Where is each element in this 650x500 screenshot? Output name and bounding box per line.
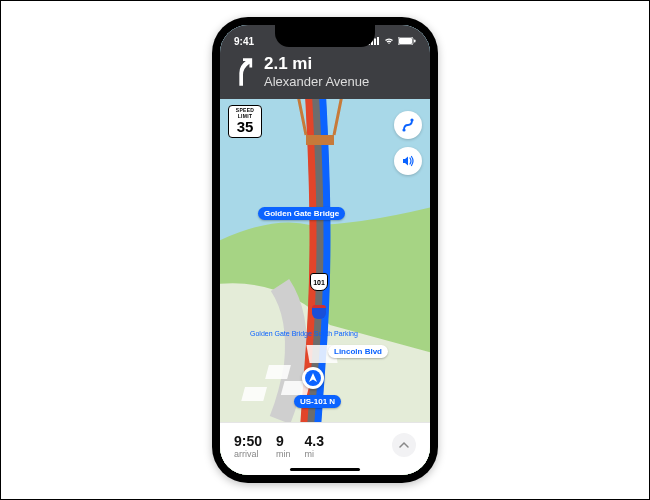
fab-stack <box>394 111 422 175</box>
time-value: 9 <box>276 433 291 449</box>
metric-time: 9 min <box>276 433 291 459</box>
poi-parking[interactable]: Golden Gate Bridge South Parking <box>250 330 300 337</box>
arrival-value: 9:50 <box>234 433 262 449</box>
arrival-label: arrival <box>234 449 262 459</box>
svg-rect-5 <box>399 38 412 44</box>
svg-rect-3 <box>377 37 379 45</box>
svg-rect-8 <box>306 135 334 145</box>
speed-limit-sign: SPEED LIMIT 35 <box>228 105 262 138</box>
status-time: 9:41 <box>234 36 254 47</box>
banner-road: Alexander Avenue <box>264 74 369 89</box>
phone-frame: 9:41 2.1 mi Alexander Avenue <box>212 17 438 483</box>
chevron-up-icon <box>399 440 409 450</box>
metric-distance: 4.3 mi <box>305 433 324 459</box>
notch <box>275 25 375 47</box>
svg-point-14 <box>410 118 413 121</box>
svg-rect-6 <box>414 40 416 43</box>
label-us101n[interactable]: US-101 N <box>294 395 341 408</box>
svg-rect-9 <box>265 365 291 379</box>
status-indicators <box>368 37 416 45</box>
svg-rect-11 <box>241 387 267 401</box>
screen: 9:41 2.1 mi Alexander Avenue <box>220 25 430 475</box>
shield-interstate-icon <box>312 305 326 319</box>
tray-expand-button[interactable] <box>392 433 416 457</box>
route-icon <box>401 118 415 132</box>
label-lincoln[interactable]: Lincoln Blvd <box>328 345 388 358</box>
current-location[interactable] <box>302 367 324 389</box>
speaker-icon <box>401 154 415 168</box>
dist-value: 4.3 <box>305 433 324 449</box>
time-label: min <box>276 449 291 459</box>
dist-label: mi <box>305 449 324 459</box>
bear-right-arrow-icon <box>232 58 254 86</box>
svg-point-13 <box>402 128 405 131</box>
metric-arrival: 9:50 arrival <box>234 433 262 459</box>
wifi-icon <box>383 37 395 45</box>
svg-rect-2 <box>374 39 376 46</box>
audio-button[interactable] <box>394 147 422 175</box>
location-arrow-icon <box>308 373 318 383</box>
battery-icon <box>398 37 416 45</box>
label-bridge[interactable]: Golden Gate Bridge <box>258 207 345 220</box>
shield-us101: 101 <box>310 273 328 291</box>
banner-distance: 2.1 mi <box>264 55 369 74</box>
route-overview-button[interactable] <box>394 111 422 139</box>
home-indicator[interactable] <box>290 468 360 471</box>
banner-text: 2.1 mi Alexander Avenue <box>264 55 369 89</box>
speed-limit-value: 35 <box>231 119 259 134</box>
